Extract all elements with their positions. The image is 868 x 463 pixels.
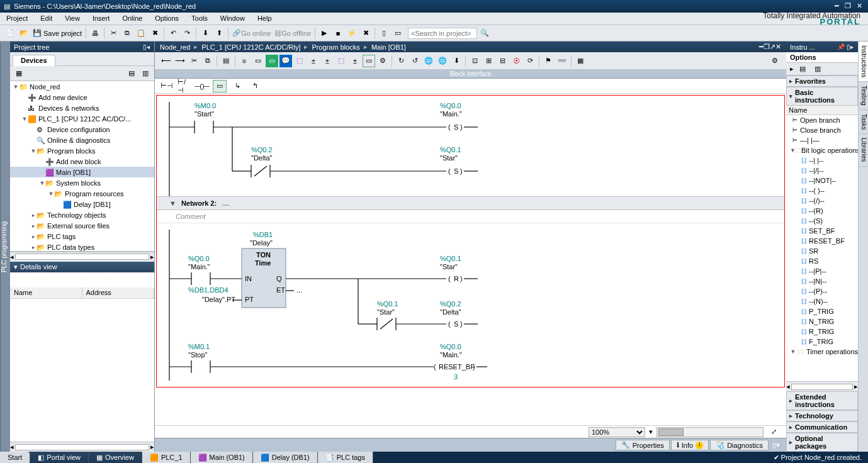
elem-box[interactable]: ▭ <box>213 80 227 92</box>
et-9[interactable]: 💬 <box>279 55 292 67</box>
instr-item[interactable]: ⟦⟧RS <box>786 256 858 266</box>
tree-item[interactable]: ▸📂External source files <box>10 220 154 231</box>
et-14[interactable]: ± <box>349 55 361 67</box>
instr-item[interactable]: ⟦⟧--( )-- <box>786 186 858 196</box>
details-hscroll[interactable]: ◂▸ <box>10 442 154 452</box>
tree-item[interactable]: 🟪Main [OB1] <box>10 167 154 177</box>
search-button[interactable]: 🔍 <box>478 27 491 40</box>
favorites-section[interactable]: ▸Favorites <box>786 75 858 87</box>
side-tab-libraries[interactable]: Libraries <box>859 134 868 166</box>
instr-item[interactable]: ⟦⟧--(N)-- <box>786 296 858 306</box>
tree-caret[interactable]: ▸ <box>30 233 37 240</box>
elem-nc-contact[interactable]: ⊢/⊣ <box>178 80 191 92</box>
menu-view[interactable]: View <box>59 13 86 25</box>
et-27[interactable]: ⚑ <box>542 55 555 67</box>
et-12[interactable]: ± <box>321 55 334 67</box>
tree-item[interactable]: ▼📂System blocks <box>10 177 154 188</box>
tree-caret[interactable]: ▼ <box>39 180 45 186</box>
details-view-header[interactable]: ▾ Details view <box>10 262 154 272</box>
tab-info[interactable]: ℹ Info i <box>671 440 709 450</box>
tree-item[interactable]: ▼📂Program blocks <box>10 145 154 156</box>
x-button[interactable]: ✖ <box>359 27 372 40</box>
et-10[interactable]: ⬚ <box>293 55 306 67</box>
instr-item[interactable]: ⟦⟧--|NOT|-- <box>786 176 858 186</box>
crumb-plc[interactable]: PLC_1 [CPU 1212C AC/DC/Rly] <box>201 43 300 51</box>
tree-caret[interactable]: ▸ <box>30 212 37 218</box>
instr-group-timer[interactable]: ▼⬚Timer operations <box>786 347 858 357</box>
tree-item[interactable]: 🖧Devices & networks <box>10 103 154 113</box>
instr-item[interactable]: ⟦⟧--| |-- <box>786 155 858 165</box>
et-7[interactable]: ▭ <box>252 55 264 67</box>
et-23[interactable]: ⊞ <box>482 55 495 67</box>
tree-hscroll[interactable]: ◂▸ <box>10 252 154 262</box>
optional-section[interactable]: ▸Optional packages <box>786 433 858 452</box>
tree-view-button-1[interactable]: ▤ <box>125 67 138 80</box>
et-15[interactable]: ▭ <box>363 55 375 67</box>
instr-item[interactable]: ⟦⟧R_TRIG <box>786 326 858 337</box>
close-button[interactable]: ✕ <box>854 2 864 11</box>
instr-item[interactable]: ⊢—| |— <box>786 135 858 145</box>
tree-item[interactable]: ⚙Device configuration <box>10 124 154 135</box>
editor-min-button[interactable]: ━ <box>759 43 764 51</box>
et-24[interactable]: ⊟ <box>496 55 509 67</box>
opt-view2[interactable]: ▥ <box>811 63 824 75</box>
zoom-fit-button[interactable]: ⤢ <box>767 426 780 438</box>
opt-view1[interactable]: ▤ <box>796 63 809 75</box>
new-project-button[interactable]: 📄 <box>4 27 16 40</box>
tab-properties[interactable]: 🔧 Properties <box>616 440 670 450</box>
menu-tools[interactable]: Tools <box>185 13 214 25</box>
taskbar-window-tab[interactable]: 🟦 Delay (DB1) <box>253 452 318 463</box>
instr-item[interactable]: ⟦⟧--|/|-- <box>786 165 858 176</box>
minimize-button[interactable]: ━ <box>831 2 842 11</box>
instr-item[interactable]: ⊢Open branch <box>786 115 858 125</box>
et-25[interactable]: ⦿ <box>510 55 522 67</box>
instr-item[interactable]: ⟦⟧--(S) <box>786 216 858 226</box>
tree-item[interactable]: ▼📂Program resources <box>10 188 154 199</box>
tree-item[interactable]: 🔍Online & diagnostics <box>10 135 154 145</box>
tree-caret[interactable]: ▼ <box>48 191 54 197</box>
et-1[interactable]: ⟵ <box>160 55 172 67</box>
elem-branch[interactable]: ↳ <box>230 80 244 92</box>
collapse-tree-button[interactable]: ▯◂ <box>142 43 150 50</box>
crumb-project[interactable]: Node_red <box>160 43 190 51</box>
taskbar-window-tab[interactable]: 📑 PLC tags <box>318 452 373 463</box>
tab-diagnostics[interactable]: 🩺 Diagnostics <box>710 440 769 450</box>
side-tab-instructions[interactable]: Instructions <box>859 42 868 82</box>
tree-caret[interactable]: ▼ <box>13 84 19 90</box>
side-tab-testing[interactable]: Testing <box>859 82 868 110</box>
et-28[interactable]: 👓 <box>556 55 568 67</box>
ladder-editor[interactable]: %M0.0 "Start" %Q0.0 "Main." (S) %Q0.2 "D… <box>155 94 786 425</box>
start-tab[interactable]: Start <box>0 452 30 463</box>
options-caret[interactable]: ▸ <box>790 65 794 73</box>
go-offline-button[interactable]: ⛓ Go offline <box>273 27 312 40</box>
crumb-blocks[interactable]: Program blocks <box>312 43 359 51</box>
et-29[interactable]: ▦ <box>574 55 587 67</box>
et-18[interactable]: ↺ <box>409 55 421 67</box>
instr-item[interactable]: ⟦⟧F_TRIG <box>786 337 858 347</box>
et-17[interactable]: ↻ <box>395 55 407 67</box>
details-col-address[interactable]: Address <box>82 287 155 298</box>
tree-caret[interactable]: ▼ <box>21 116 28 122</box>
menu-window[interactable]: Window <box>214 13 251 25</box>
network2-comment[interactable]: Comment <box>157 210 784 223</box>
stop-cpu-button[interactable]: ■ <box>332 27 344 40</box>
instr-pin[interactable]: 📌 <box>837 43 845 50</box>
side-tab-tasks[interactable]: Tasks <box>859 110 868 135</box>
instr-group-bitlogic[interactable]: ▼⬚Bit logic operations <box>786 145 858 155</box>
instr-hscroll[interactable]: ◂▸ <box>786 381 858 391</box>
devices-tab[interactable]: Devices <box>13 55 55 66</box>
editor-close-button[interactable]: ✕ <box>775 43 781 51</box>
menu-online[interactable]: Online <box>116 13 149 25</box>
project-tree[interactable]: ▼📁Node_red➕Add new device🖧Devices & netw… <box>10 81 154 252</box>
et-11[interactable]: ± <box>307 55 320 67</box>
go-online-button[interactable]: 🔗 Go online <box>231 27 272 40</box>
extended-section[interactable]: ▸Extended instructions <box>786 391 858 410</box>
et-8[interactable]: ▭ <box>266 55 278 67</box>
start-cpu-button[interactable]: ▶ <box>318 27 330 40</box>
instr-item[interactable]: ⟦⟧--(P)-- <box>786 286 858 296</box>
et-settings[interactable]: ⚙ <box>769 55 781 67</box>
communication-section[interactable]: ▸Communication <box>786 421 858 433</box>
taskbar-window-tab[interactable]: 🟪 Main (OB1) <box>191 452 253 463</box>
elem-branch-close[interactable]: ↰ <box>248 80 262 92</box>
menu-insert[interactable]: Insert <box>86 13 116 25</box>
